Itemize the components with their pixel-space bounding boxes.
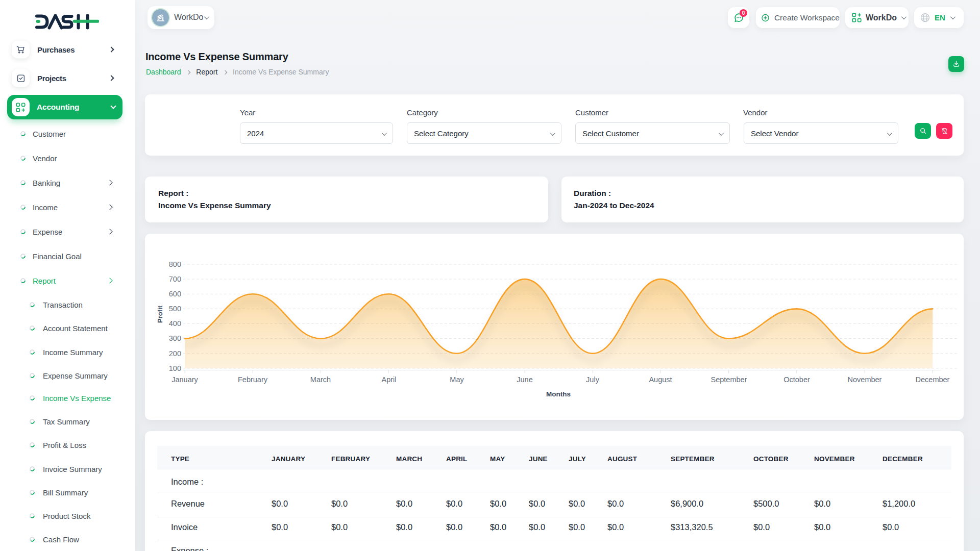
svg-text:February: February	[238, 375, 268, 384]
svg-text:April: April	[381, 375, 396, 384]
svg-text:September: September	[711, 375, 747, 384]
svg-text:November: November	[848, 375, 882, 384]
svg-text:December: December	[916, 375, 950, 384]
svg-text:January: January	[172, 375, 198, 384]
svg-text:600: 600	[169, 290, 181, 298]
svg-text:July: July	[586, 375, 600, 384]
svg-text:700: 700	[169, 275, 181, 283]
svg-text:300: 300	[169, 334, 181, 342]
svg-text:October: October	[783, 375, 810, 384]
svg-text:May: May	[450, 375, 464, 384]
svg-text:Profit: Profit	[156, 305, 164, 323]
svg-text:400: 400	[169, 319, 181, 328]
svg-text:Months: Months	[546, 390, 571, 398]
svg-text:500: 500	[169, 305, 181, 313]
svg-text:800: 800	[169, 260, 181, 268]
svg-text:200: 200	[169, 349, 181, 358]
svg-text:August: August	[649, 375, 672, 384]
svg-text:March: March	[310, 375, 331, 384]
svg-text:June: June	[517, 375, 532, 384]
svg-text:100: 100	[169, 364, 181, 372]
